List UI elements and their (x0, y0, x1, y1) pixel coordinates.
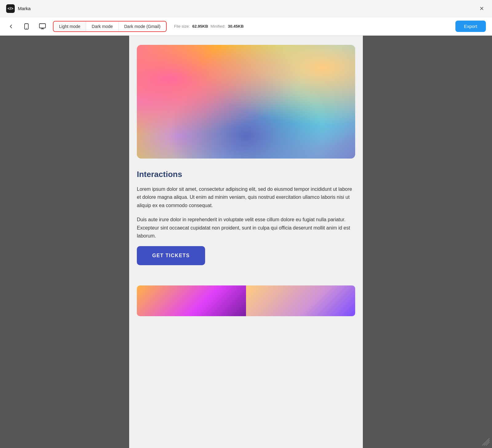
email-body: Interactions Lorem ipsum dolor sit amet,… (129, 159, 363, 285)
file-size-value: 62.95KB (192, 24, 208, 29)
svg-point-1 (26, 28, 27, 29)
hero-image (137, 45, 355, 159)
mode-tabs: Light mode Dark mode Dark mode (Gmail) (53, 21, 167, 32)
close-button[interactable]: ✕ (477, 4, 486, 13)
get-tickets-button[interactable]: GET TICKETS (137, 246, 205, 265)
bottom-strip (129, 285, 363, 322)
file-size-label: File size: (174, 24, 190, 29)
minified-value: 30.45KB (228, 24, 244, 29)
toolbar: Light mode Dark mode Dark mode (Gmail) F… (0, 17, 492, 36)
bottom-image-left (137, 285, 246, 316)
app-icon-label: </> (8, 6, 14, 11)
body-text-1: Lorem ipsum dolor sit amet, consectetur … (137, 185, 355, 210)
app-icon: </> (6, 4, 15, 13)
main-area: Interactions Lorem ipsum dolor sit amet,… (0, 36, 492, 448)
back-button[interactable] (6, 22, 16, 31)
section-title: Interactions (137, 170, 355, 179)
email-content: Interactions Lorem ipsum dolor sit amet,… (129, 45, 363, 322)
svg-line-3 (482, 438, 490, 446)
dark-mode-tab[interactable]: Dark mode (86, 22, 118, 31)
svg-line-5 (486, 442, 490, 446)
file-info: File size: 62.95KB Minified: 30.45KB (174, 24, 244, 29)
email-preview: Interactions Lorem ipsum dolor sit amet,… (129, 36, 363, 448)
mobile-view-button[interactable] (21, 21, 32, 32)
svg-rect-2 (39, 24, 46, 28)
light-mode-tab[interactable]: Light mode (54, 22, 86, 31)
desktop-view-button[interactable] (37, 21, 48, 32)
app-title: Marka (18, 6, 31, 11)
minified-label: Minified: (211, 24, 225, 29)
title-bar-left: </> Marka (6, 4, 31, 13)
watermark (482, 438, 490, 446)
body-text-2: Duis aute irure dolor in reprehenderit i… (137, 216, 355, 240)
export-button[interactable]: Export (455, 21, 486, 32)
dark-mode-gmail-tab[interactable]: Dark mode (Gmail) (119, 22, 166, 31)
title-bar: </> Marka ✕ (0, 0, 492, 17)
bottom-image-right (246, 285, 355, 316)
